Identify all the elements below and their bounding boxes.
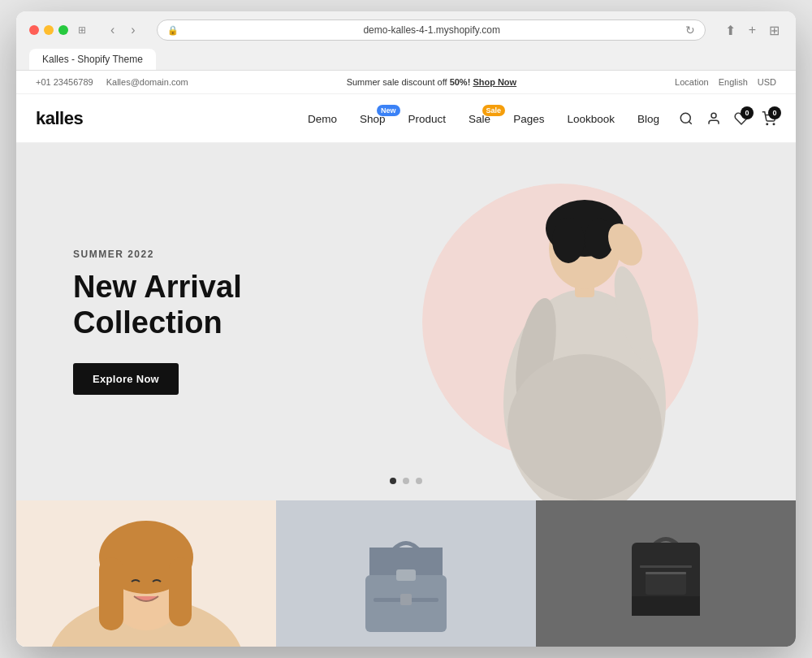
svg-point-2 xyxy=(767,123,768,125)
svg-point-1 xyxy=(711,113,716,118)
nav-link-blog[interactable]: Blog xyxy=(637,113,659,125)
phone-number: +01 23456789 xyxy=(36,77,93,87)
nav-item-pages[interactable]: Pages xyxy=(513,111,544,126)
nav-item-demo[interactable]: Demo xyxy=(308,111,337,126)
search-button[interactable] xyxy=(679,111,693,126)
sale-badge: Sale xyxy=(482,105,506,116)
minimize-button[interactable] xyxy=(44,25,54,35)
explore-now-button[interactable]: Explore Now xyxy=(73,363,179,395)
nav-icons: 0 0 xyxy=(679,111,776,126)
address-bar[interactable]: 🔒 demo-kalles-4-1.myshopify.com ↻ xyxy=(157,19,706,41)
grid-button[interactable]: ⊞ xyxy=(766,21,783,40)
share-button[interactable]: ⬆ xyxy=(722,21,739,40)
svg-rect-24 xyxy=(396,569,416,581)
currency-selector[interactable]: USD xyxy=(758,77,776,87)
nav-link-product[interactable]: Product xyxy=(408,113,447,125)
wishlist-button[interactable]: 0 xyxy=(734,111,749,126)
account-button[interactable] xyxy=(706,111,721,126)
slider-dot-3[interactable] xyxy=(416,478,422,484)
nav-links: Demo Shop New Product Sale Sale Pages Lo xyxy=(308,111,659,126)
hero-title: New Arrival Collection xyxy=(73,270,349,340)
top-bar-right: Location English USD xyxy=(675,77,776,87)
slider-dots xyxy=(390,478,422,484)
active-tab[interactable]: Kalles - Shopify Theme xyxy=(29,49,156,70)
hero-section: SUMMER 2022 New Arrival Collection Explo… xyxy=(16,143,796,500)
browser-nav: ‹ › xyxy=(106,21,140,39)
shop-badge-new: New xyxy=(377,105,400,116)
svg-point-0 xyxy=(680,113,690,123)
nav-link-lookbook[interactable]: Lookbook xyxy=(567,113,615,125)
hero-subtitle: SUMMER 2022 xyxy=(73,249,349,260)
product-card-backpack[interactable] xyxy=(276,500,536,647)
back-button[interactable]: ‹ xyxy=(106,21,119,39)
svg-rect-20 xyxy=(169,557,192,626)
maximize-button[interactable] xyxy=(58,25,68,35)
top-bar-left: +01 23456789 Kalles@domain.com xyxy=(36,77,188,87)
url-text: demo-kalles-4-1.myshopify.com xyxy=(184,24,680,36)
browser-window: ⊞ ‹ › 🔒 demo-kalles-4-1.myshopify.com ↻ … xyxy=(16,11,796,647)
dark-bag-svg xyxy=(544,500,788,647)
close-button[interactable] xyxy=(29,25,39,35)
nav-item-product[interactable]: Product xyxy=(408,111,447,126)
site-content: +01 23456789 Kalles@domain.com Summer sa… xyxy=(16,71,796,647)
dark-bag-image xyxy=(536,500,796,647)
nav-item-sale[interactable]: Sale Sale xyxy=(469,111,490,126)
language-selector[interactable]: English xyxy=(719,77,748,87)
promo-text-before: Summer sale discount off xyxy=(347,77,447,87)
nav-link-pages[interactable]: Pages xyxy=(513,113,544,125)
fashion-svg xyxy=(16,500,276,647)
svg-rect-29 xyxy=(640,565,692,568)
promo-highlight: 50%! xyxy=(450,77,471,87)
slider-dot-1[interactable] xyxy=(390,478,396,484)
backpack-svg xyxy=(284,500,528,647)
wishlist-count: 0 xyxy=(741,106,754,119)
window-toggle-button[interactable]: ⊞ xyxy=(75,23,89,37)
hero-model-image xyxy=(455,143,715,500)
top-bar: +01 23456789 Kalles@domain.com Summer sa… xyxy=(16,71,796,94)
user-icon xyxy=(706,111,721,126)
forward-button[interactable]: › xyxy=(126,21,140,39)
backpack-image xyxy=(276,500,536,647)
nav-item-shop[interactable]: Shop New xyxy=(360,111,386,126)
cart-button[interactable]: 0 xyxy=(762,111,776,126)
product-grid xyxy=(16,500,796,647)
location-text[interactable]: Location xyxy=(675,77,709,87)
search-icon xyxy=(679,111,693,126)
cart-count: 0 xyxy=(768,106,781,119)
browser-chrome: ⊞ ‹ › 🔒 demo-kalles-4-1.myshopify.com ↻ … xyxy=(16,11,796,71)
reload-button[interactable]: ↻ xyxy=(685,24,695,37)
nav-link-demo[interactable]: Demo xyxy=(308,113,337,125)
svg-rect-31 xyxy=(646,572,686,595)
svg-rect-26 xyxy=(400,594,412,605)
nav-item-lookbook[interactable]: Lookbook xyxy=(567,111,615,126)
shop-now-link[interactable]: Shop Now xyxy=(473,77,516,87)
product-card-dark-bag[interactable] xyxy=(536,500,796,647)
nav-item-blog[interactable]: Blog xyxy=(637,111,659,126)
hero-content: SUMMER 2022 New Arrival Collection Explo… xyxy=(16,249,406,395)
new-tab-button[interactable]: + xyxy=(745,21,759,40)
browser-tabs: Kalles - Shopify Theme xyxy=(29,49,783,70)
site-logo[interactable]: kalles xyxy=(36,108,83,129)
svg-point-3 xyxy=(773,123,775,125)
svg-rect-32 xyxy=(646,572,686,574)
main-navigation: kalles Demo Shop New Product Sale Sale P… xyxy=(16,94,796,143)
email-address: Kalles@domain.com xyxy=(106,77,188,87)
model-svg xyxy=(455,143,715,500)
svg-rect-30 xyxy=(632,596,700,616)
slider-dot-2[interactable] xyxy=(403,478,409,484)
svg-rect-19 xyxy=(99,557,123,630)
fashion-image xyxy=(16,500,276,647)
lock-icon: 🔒 xyxy=(167,25,179,36)
product-card-fashion[interactable] xyxy=(16,500,276,647)
svg-point-8 xyxy=(552,218,585,263)
svg-point-13 xyxy=(508,354,662,500)
top-bar-center: Summer sale discount off 50%! Shop Now xyxy=(188,77,675,87)
browser-actions: ⬆ + ⊞ xyxy=(722,21,783,40)
traffic-lights xyxy=(29,25,68,35)
